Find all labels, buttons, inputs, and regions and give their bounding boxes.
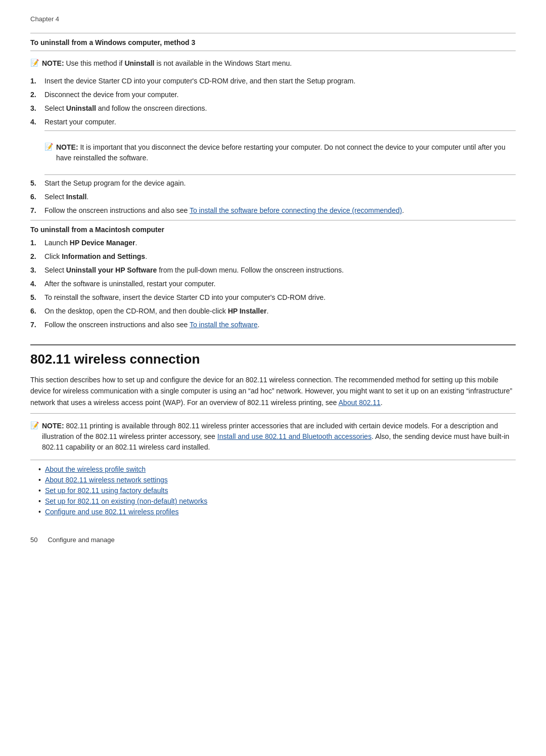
step-content-2: Disconnect the device from your computer…: [44, 90, 516, 100]
mac-uninstall-heading: To uninstall from a Macintosh computer: [30, 226, 516, 234]
mac-step-6: 6. On the desktop, open the CD-ROM, and …: [30, 306, 516, 317]
step-num-5: 5.: [30, 178, 44, 189]
mac-step-content-3: Select Uninstall your HP Software from t…: [44, 265, 516, 276]
step-content-5: Start the Setup program for the device a…: [44, 178, 516, 189]
bullet-link-4[interactable]: Set up for 802.11 on existing (non-defau…: [45, 497, 207, 505]
chapter-label: Chapter 4: [30, 15, 516, 23]
mac-step-4: 4. After the software is uninstalled, re…: [30, 279, 516, 289]
mac-bold-3: Uninstall your HP Software: [66, 266, 157, 274]
mac-step-num-1: 1.: [30, 238, 44, 248]
mac-step-content-4: After the software is uninstalled, resta…: [44, 279, 516, 289]
install-link-1[interactable]: To install the software before connectin…: [190, 206, 402, 214]
mac-step-content-7: Follow the onscreen instructions and als…: [44, 320, 516, 330]
step-content-1: Insert the device Starter CD into your c…: [44, 76, 516, 86]
note-bold-1: Uninstall: [124, 59, 154, 67]
step-num-4: 4.: [30, 117, 44, 127]
step-bold-3: Uninstall: [66, 104, 96, 112]
note-box-2: 📝 NOTE: It is important that you disconn…: [44, 140, 516, 165]
install-use-link[interactable]: Install and use 802.11 and Bluetooth acc…: [217, 432, 372, 440]
note-label-2: NOTE:: [56, 143, 78, 151]
indented-note-2: 📝 NOTE: It is important that you disconn…: [44, 130, 516, 175]
note-icon-1: 📝: [30, 59, 39, 67]
step-content-6: Select Install.: [44, 192, 516, 202]
windows-uninstall-heading: To uninstall from a Windows computer, me…: [30, 38, 516, 47]
windows-step-4: 4. Restart your computer.: [30, 117, 516, 127]
bullet-link-5[interactable]: Configure and use 802.11 wireless profil…: [45, 508, 179, 516]
step-num-1: 1.: [30, 76, 44, 86]
step-num-3: 3.: [30, 103, 44, 114]
wireless-note-icon: 📝: [30, 421, 39, 429]
top-divider-windows: [30, 33, 516, 33]
step-num-6: 6.: [30, 192, 44, 202]
bullet-item-4: Set up for 802.11 on existing (non-defau…: [38, 497, 516, 505]
note-label-1: NOTE:: [42, 59, 64, 67]
note-content-1: Use this method if Uninstall is not avai…: [66, 59, 292, 67]
divider-after-heading-windows: [30, 51, 516, 51]
mac-step-1: 1. Launch HP Device Manager.: [30, 238, 516, 248]
mac-bold-1: HP Device Manager: [70, 239, 135, 247]
bullet-link-3[interactable]: Set up for 802.11 using factory defaults: [45, 486, 168, 495]
mac-step-5: 5. To reinstall the software, insert the…: [30, 292, 516, 303]
divider-wireless-note-bottom: [30, 460, 516, 460]
mac-step-content-1: Launch HP Device Manager.: [44, 238, 516, 248]
mac-step-3: 3. Select Uninstall your HP Software fro…: [30, 265, 516, 276]
wireless-note-label: NOTE:: [42, 422, 64, 430]
mac-step-num-3: 3.: [30, 265, 44, 276]
step-num-7: 7.: [30, 205, 44, 216]
mac-steps: 1. Launch HP Device Manager. 2. Click In…: [30, 238, 516, 330]
step-content-4: Restart your computer.: [44, 117, 516, 127]
windows-step-7: 7. Follow the onscreen instructions and …: [30, 205, 516, 216]
divider-wireless-note-top: [30, 413, 516, 414]
install-link-2[interactable]: To install the software: [190, 321, 258, 329]
mac-step-num-5: 5.: [30, 292, 44, 303]
wireless-section-title: 802.11 wireless connection: [30, 344, 516, 367]
windows-step-5: 5. Start the Setup program for the devic…: [30, 178, 516, 189]
page-footer: 50 Configure and manage: [30, 536, 516, 544]
about-802-link[interactable]: About 802.11: [339, 398, 381, 407]
divider-mac-top: [30, 220, 516, 220]
note-icon-2: 📝: [44, 143, 53, 151]
mac-step-2: 2. Click Information and Settings.: [30, 251, 516, 262]
mac-step-7: 7. Follow the onscreen instructions and …: [30, 320, 516, 330]
mac-step-content-6: On the desktop, open the CD-ROM, and the…: [44, 306, 516, 317]
wireless-note-content: 802.11 printing is available through 802…: [42, 422, 509, 451]
bullet-item-1: About the wireless profile switch: [38, 465, 516, 473]
mac-step-num-2: 2.: [30, 251, 44, 262]
wireless-note-box: 📝 NOTE: 802.11 printing is available thr…: [30, 419, 516, 455]
page-number: 50: [30, 536, 37, 544]
windows-step-1: 1. Insert the device Starter CD into you…: [30, 76, 516, 86]
windows-step-2: 2. Disconnect the device from your compu…: [30, 90, 516, 100]
bullet-item-3: Set up for 802.11 using factory defaults: [38, 486, 516, 495]
mac-step-num-6: 6.: [30, 306, 44, 317]
windows-step-6: 6. Select Install.: [30, 192, 516, 202]
note-text-2: NOTE: It is important that you disconnec…: [56, 142, 516, 163]
mac-step-num-4: 4.: [30, 279, 44, 289]
step-content-7: Follow the onscreen instructions and als…: [44, 205, 516, 216]
note-box-1: 📝 NOTE: Use this method if Uninstall is …: [30, 56, 516, 71]
note-content-2: It is important that you disconnect the …: [56, 143, 506, 162]
windows-step-3: 3. Select Uninstall and follow the onscr…: [30, 103, 516, 114]
bullet-item-2: About 802.11 wireless network settings: [38, 476, 516, 484]
wireless-body-text: This section describes how to set up and…: [30, 374, 516, 408]
bullet-link-2[interactable]: About 802.11 wireless network settings: [45, 476, 168, 484]
wireless-bullet-list: About the wireless profile switch About …: [38, 465, 516, 516]
bullet-link-1[interactable]: About the wireless profile switch: [45, 465, 146, 473]
step-num-2: 2.: [30, 90, 44, 100]
mac-step-content-2: Click Information and Settings.: [44, 251, 516, 262]
footer-text: Configure and manage: [48, 536, 114, 544]
windows-steps-1: 1. Insert the device Starter CD into you…: [30, 76, 516, 127]
note-text-1: NOTE: Use this method if Uninstall is no…: [42, 58, 292, 69]
wireless-note-text: NOTE: 802.11 printing is available throu…: [42, 421, 516, 453]
mac-bold-2: Information and Settings: [62, 252, 145, 260]
mac-step-content-5: To reinstall the software, insert the de…: [44, 292, 516, 303]
mac-bold-6: HP Installer: [228, 307, 267, 315]
bullet-item-5: Configure and use 802.11 wireless profil…: [38, 508, 516, 516]
step-bold-6: Install: [66, 193, 86, 201]
mac-step-num-7: 7.: [30, 320, 44, 330]
step-content-3: Select Uninstall and follow the onscreen…: [44, 103, 516, 114]
windows-steps-2: 5. Start the Setup program for the devic…: [30, 178, 516, 216]
